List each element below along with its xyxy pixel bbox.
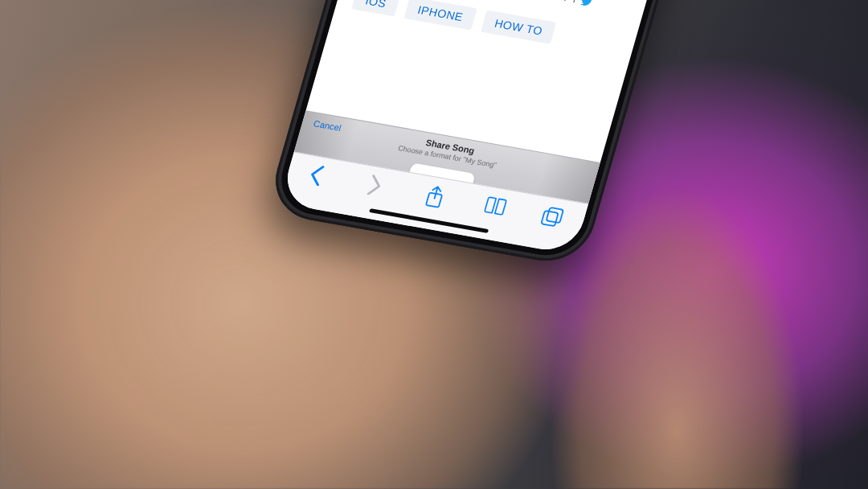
svg-rect-0 <box>426 193 442 208</box>
share-button[interactable] <box>423 184 449 208</box>
svg-rect-1 <box>541 211 558 226</box>
bookmarks-button[interactable] <box>481 195 507 219</box>
article-date: Nov. 10th 2017 5:19 am PT <box>446 0 579 6</box>
home-indicator[interactable] <box>369 208 489 233</box>
photo-scene: … a custom ringtone for your iPhone, wit… <box>0 0 868 489</box>
twitter-icon <box>579 0 593 7</box>
tag-ios[interactable]: IOS <box>351 0 400 17</box>
tag-iphone[interactable]: IPHONE <box>403 0 477 31</box>
tabs-button[interactable] <box>539 205 566 229</box>
tag-howto[interactable]: HOW TO <box>481 10 556 44</box>
svg-rect-2 <box>547 208 563 223</box>
forward-button <box>365 174 391 198</box>
back-button[interactable] <box>306 164 333 188</box>
